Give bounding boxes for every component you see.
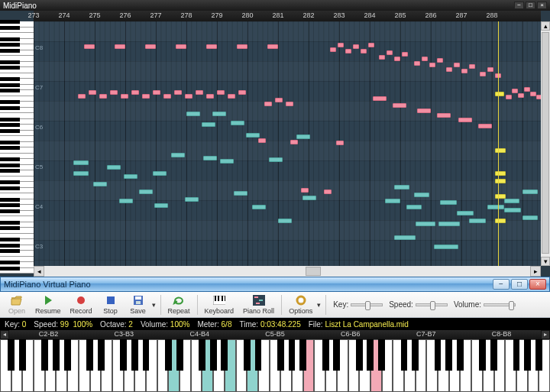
midi-note[interactable] [434,245,458,249]
black-key[interactable] [457,339,464,371]
midi-note[interactable] [212,112,226,116]
vp-minimize-button[interactable]: − [493,279,510,290]
midi-note[interactable] [115,44,125,49]
speed-slider[interactable] [416,303,448,306]
midi-note[interactable] [185,94,192,99]
midi-note[interactable] [495,194,506,199]
midi-note[interactable] [522,215,538,220]
scroll-h-thumb[interactable] [306,267,321,276]
midi-note[interactable] [457,211,474,215]
repeat-button[interactable]: Repeat [163,293,195,316]
black-key[interactable] [41,339,48,371]
volume-slider[interactable] [484,303,516,306]
midi-note[interactable] [131,90,139,95]
midi-note[interactable] [185,197,199,202]
midi-note[interactable] [387,50,393,55]
scroll-left-arrow[interactable]: ◂ [34,266,44,277]
midi-note[interactable] [495,171,506,176]
midi-note[interactable] [153,90,160,95]
midi-note[interactable] [110,90,118,95]
maximize-button[interactable]: □ [526,2,535,9]
stop-button[interactable]: Stop [97,293,125,316]
midi-note[interactable] [275,98,283,102]
midi-note[interactable] [78,94,86,99]
midi-note[interactable] [394,57,400,61]
midi-note[interactable] [446,67,452,72]
minimize-button[interactable]: − [514,2,524,9]
midi-note[interactable] [487,67,493,72]
black-key[interactable] [356,339,363,371]
octave-left-arrow[interactable]: ◂ [0,330,9,339]
close-button[interactable]: × [537,2,547,9]
black-key[interactable] [8,339,15,371]
midi-note[interactable] [385,199,400,203]
black-key[interactable] [378,339,385,371]
black-key[interactable] [367,339,374,371]
midi-note[interactable] [495,219,506,223]
midi-note[interactable] [163,94,171,99]
midi-note[interactable] [93,182,107,186]
midi-note[interactable] [495,179,506,183]
midi-note[interactable] [414,61,420,66]
black-key[interactable] [199,339,205,371]
midi-note[interactable] [107,165,121,170]
midi-note[interactable] [228,94,235,99]
midi-note[interactable] [338,43,344,47]
black-key[interactable] [165,339,172,371]
midi-note[interactable] [238,90,246,95]
midi-note[interactable] [246,133,260,138]
midi-note[interactable] [186,112,200,116]
midi-note[interactable] [153,171,167,176]
record-button[interactable]: Record [66,293,97,316]
midi-note[interactable] [171,153,185,157]
midi-note[interactable] [206,44,217,49]
midi-note[interactable] [469,219,486,223]
piano-roll-scrollbar-vertical[interactable]: ▴ ▾ [541,21,550,266]
midi-note[interactable] [324,190,332,194]
midi-note[interactable] [438,222,460,226]
vp-close-button[interactable]: × [529,279,546,290]
midi-note[interactable] [487,205,504,209]
midi-note[interactable] [361,49,367,53]
midi-note[interactable] [124,174,138,179]
midi-note[interactable] [368,43,374,47]
black-key[interactable] [98,339,105,371]
open-button[interactable]: Open [3,293,31,316]
scroll-v-thumb[interactable] [542,32,549,254]
piano-roll-grid[interactable] [34,21,541,266]
midi-note[interactable] [437,58,443,63]
midi-note[interactable] [119,199,133,203]
midi-note[interactable] [267,44,278,49]
midi-note[interactable] [394,185,409,190]
midi-note[interactable] [269,157,283,162]
midi-note[interactable] [437,113,451,118]
midi-note[interactable] [73,171,89,176]
midi-note[interactable] [495,92,504,96]
scroll-up-arrow[interactable]: ▴ [541,21,550,31]
midi-note[interactable] [202,122,215,127]
midi-note[interactable] [469,64,475,69]
black-key[interactable] [289,339,296,371]
black-key[interactable] [53,339,60,371]
black-key[interactable] [524,339,531,371]
black-key[interactable] [255,339,262,371]
midi-note[interactable] [336,141,344,145]
black-key[interactable] [143,339,150,371]
midi-note[interactable] [142,94,150,99]
black-key[interactable] [535,339,542,371]
scroll-down-arrow[interactable]: ▾ [541,257,550,266]
key-slider[interactable] [351,303,383,306]
piano-roll-button[interactable]: Piano Roll [238,293,279,316]
black-key[interactable] [412,339,419,371]
black-key[interactable] [221,339,228,371]
midi-note[interactable] [406,205,422,209]
vp-maximize-button[interactable]: □ [511,279,528,290]
midi-note[interactable] [504,208,521,212]
black-key[interactable] [244,339,251,371]
midi-note[interactable] [518,93,524,98]
black-key[interactable] [277,339,284,371]
midi-note[interactable] [393,103,406,108]
midi-note[interactable] [353,44,359,49]
black-key[interactable] [490,339,497,371]
black-key[interactable] [64,339,71,371]
